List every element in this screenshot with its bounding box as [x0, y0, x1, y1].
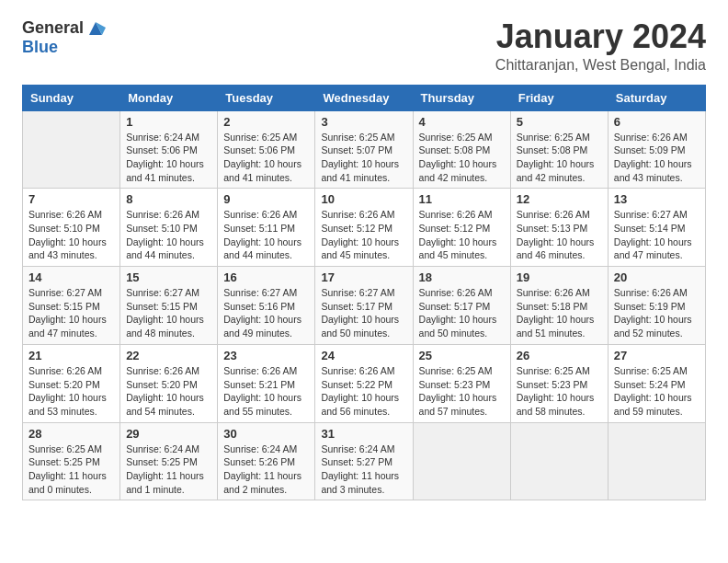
day-info: Sunrise: 6:25 AMSunset: 5:24 PMDaylight:…	[614, 364, 700, 419]
day-info: Sunrise: 6:27 AMSunset: 5:16 PMDaylight:…	[223, 286, 309, 340]
day-info: Sunrise: 6:26 AMSunset: 5:17 PMDaylight:…	[419, 286, 505, 340]
day-number: 18	[419, 270, 505, 284]
day-number: 5	[517, 115, 602, 129]
calendar-cell: 23Sunrise: 6:26 AMSunset: 5:21 PMDayligh…	[218, 344, 315, 422]
column-header-thursday: Thursday	[413, 85, 510, 110]
day-number: 7	[28, 192, 114, 206]
day-info: Sunrise: 6:25 AMSunset: 5:23 PMDaylight:…	[419, 364, 505, 419]
day-info: Sunrise: 6:24 AMSunset: 5:26 PMDaylight:…	[223, 442, 309, 497]
day-number: 22	[126, 349, 211, 362]
calendar-cell: 24Sunrise: 6:26 AMSunset: 5:22 PMDayligh…	[315, 344, 413, 422]
day-info: Sunrise: 6:24 AMSunset: 5:06 PMDaylight:…	[126, 131, 211, 185]
day-info: Sunrise: 6:27 AMSunset: 5:15 PMDaylight:…	[126, 286, 211, 340]
day-number: 11	[419, 192, 505, 206]
day-number: 10	[321, 192, 406, 206]
column-header-sunday: Sunday	[23, 85, 120, 110]
day-number: 2	[223, 115, 309, 129]
calendar-cell: 3Sunrise: 6:25 AMSunset: 5:07 PMDaylight…	[315, 110, 413, 189]
day-number: 14	[28, 270, 114, 284]
day-number: 13	[614, 192, 700, 206]
day-number: 12	[517, 192, 602, 206]
page-header: General Blue January 2024 Chittaranjan, …	[22, 18, 706, 74]
day-number: 24	[321, 349, 406, 362]
day-info: Sunrise: 6:25 AMSunset: 5:23 PMDaylight:…	[517, 364, 602, 419]
calendar-cell: 14Sunrise: 6:27 AMSunset: 5:15 PMDayligh…	[23, 267, 120, 345]
day-info: Sunrise: 6:24 AMSunset: 5:25 PMDaylight:…	[126, 442, 211, 497]
calendar-cell: 17Sunrise: 6:27 AMSunset: 5:17 PMDayligh…	[315, 267, 413, 345]
day-number: 20	[614, 270, 700, 284]
day-number: 1	[126, 115, 211, 129]
day-info: Sunrise: 6:26 AMSunset: 5:11 PMDaylight:…	[223, 208, 309, 262]
calendar-cell: 10Sunrise: 6:26 AMSunset: 5:12 PMDayligh…	[315, 189, 413, 267]
day-number: 16	[223, 270, 309, 284]
calendar-title: January 2024	[495, 18, 706, 55]
calendar-cell: 22Sunrise: 6:26 AMSunset: 5:20 PMDayligh…	[120, 344, 218, 422]
day-info: Sunrise: 6:25 AMSunset: 5:08 PMDaylight:…	[419, 131, 505, 185]
day-number: 21	[28, 349, 114, 362]
day-info: Sunrise: 6:27 AMSunset: 5:15 PMDaylight:…	[28, 286, 114, 340]
calendar-cell: 21Sunrise: 6:26 AMSunset: 5:20 PMDayligh…	[23, 344, 120, 422]
calendar-cell: 9Sunrise: 6:26 AMSunset: 5:11 PMDaylight…	[218, 189, 315, 267]
calendar-cell	[413, 422, 510, 500]
calendar-cell: 28Sunrise: 6:25 AMSunset: 5:25 PMDayligh…	[23, 422, 120, 500]
day-info: Sunrise: 6:26 AMSunset: 5:20 PMDaylight:…	[28, 364, 114, 419]
column-header-wednesday: Wednesday	[315, 85, 413, 110]
calendar-cell: 1Sunrise: 6:24 AMSunset: 5:06 PMDaylight…	[120, 110, 218, 189]
column-header-monday: Monday	[120, 85, 218, 110]
day-info: Sunrise: 6:26 AMSunset: 5:10 PMDaylight:…	[126, 208, 211, 262]
column-header-tuesday: Tuesday	[218, 85, 315, 110]
logo-general: General	[22, 19, 84, 38]
day-info: Sunrise: 6:27 AMSunset: 5:14 PMDaylight:…	[614, 208, 700, 262]
day-number: 23	[223, 349, 309, 362]
calendar-cell: 13Sunrise: 6:27 AMSunset: 5:14 PMDayligh…	[608, 189, 705, 267]
calendar-table: SundayMondayTuesdayWednesdayThursdayFrid…	[22, 85, 706, 501]
day-number: 6	[614, 115, 700, 129]
calendar-cell: 18Sunrise: 6:26 AMSunset: 5:17 PMDayligh…	[413, 267, 510, 345]
calendar-cell	[608, 422, 705, 500]
day-number: 26	[517, 349, 602, 362]
week-row: 1Sunrise: 6:24 AMSunset: 5:06 PMDaylight…	[23, 110, 706, 189]
day-info: Sunrise: 6:26 AMSunset: 5:20 PMDaylight:…	[126, 364, 211, 419]
calendar-cell: 5Sunrise: 6:25 AMSunset: 5:08 PMDaylight…	[510, 110, 608, 189]
day-number: 8	[126, 192, 211, 206]
day-info: Sunrise: 6:26 AMSunset: 5:21 PMDaylight:…	[223, 364, 309, 419]
calendar-cell: 12Sunrise: 6:26 AMSunset: 5:13 PMDayligh…	[510, 189, 608, 267]
week-row: 28Sunrise: 6:25 AMSunset: 5:25 PMDayligh…	[23, 422, 706, 500]
calendar-cell: 4Sunrise: 6:25 AMSunset: 5:08 PMDaylight…	[413, 110, 510, 189]
header-row: SundayMondayTuesdayWednesdayThursdayFrid…	[23, 85, 706, 110]
calendar-cell: 11Sunrise: 6:26 AMSunset: 5:12 PMDayligh…	[413, 189, 510, 267]
week-row: 14Sunrise: 6:27 AMSunset: 5:15 PMDayligh…	[23, 267, 706, 345]
logo: General Blue	[22, 18, 106, 57]
day-info: Sunrise: 6:26 AMSunset: 5:09 PMDaylight:…	[614, 131, 700, 185]
day-number: 29	[126, 427, 211, 441]
logo-blue: Blue	[22, 38, 58, 56]
day-info: Sunrise: 6:25 AMSunset: 5:25 PMDaylight:…	[28, 442, 114, 497]
calendar-cell: 20Sunrise: 6:26 AMSunset: 5:19 PMDayligh…	[608, 267, 705, 345]
day-number: 25	[419, 349, 505, 362]
calendar-cell: 25Sunrise: 6:25 AMSunset: 5:23 PMDayligh…	[413, 344, 510, 422]
calendar-cell: 16Sunrise: 6:27 AMSunset: 5:16 PMDayligh…	[218, 267, 315, 345]
day-number: 3	[321, 115, 406, 129]
day-info: Sunrise: 6:26 AMSunset: 5:13 PMDaylight:…	[517, 208, 602, 262]
day-info: Sunrise: 6:27 AMSunset: 5:17 PMDaylight:…	[321, 286, 406, 340]
calendar-cell: 27Sunrise: 6:25 AMSunset: 5:24 PMDayligh…	[608, 344, 705, 422]
day-number: 4	[419, 115, 505, 129]
day-number: 28	[28, 427, 114, 441]
day-info: Sunrise: 6:26 AMSunset: 5:10 PMDaylight:…	[28, 208, 114, 262]
day-info: Sunrise: 6:25 AMSunset: 5:06 PMDaylight:…	[223, 131, 309, 185]
day-info: Sunrise: 6:26 AMSunset: 5:19 PMDaylight:…	[614, 286, 700, 340]
calendar-cell: 26Sunrise: 6:25 AMSunset: 5:23 PMDayligh…	[510, 344, 608, 422]
day-number: 30	[223, 427, 309, 441]
day-number: 27	[614, 349, 700, 362]
day-number: 15	[126, 270, 211, 284]
day-info: Sunrise: 6:25 AMSunset: 5:08 PMDaylight:…	[517, 131, 602, 185]
calendar-cell	[23, 110, 120, 189]
day-info: Sunrise: 6:26 AMSunset: 5:12 PMDaylight:…	[321, 208, 406, 262]
day-number: 31	[321, 427, 406, 441]
week-row: 21Sunrise: 6:26 AMSunset: 5:20 PMDayligh…	[23, 344, 706, 422]
calendar-cell: 8Sunrise: 6:26 AMSunset: 5:10 PMDaylight…	[120, 189, 218, 267]
calendar-cell: 29Sunrise: 6:24 AMSunset: 5:25 PMDayligh…	[120, 422, 218, 500]
day-number: 9	[223, 192, 309, 206]
day-number: 19	[517, 270, 602, 284]
day-info: Sunrise: 6:26 AMSunset: 5:18 PMDaylight:…	[517, 286, 602, 340]
